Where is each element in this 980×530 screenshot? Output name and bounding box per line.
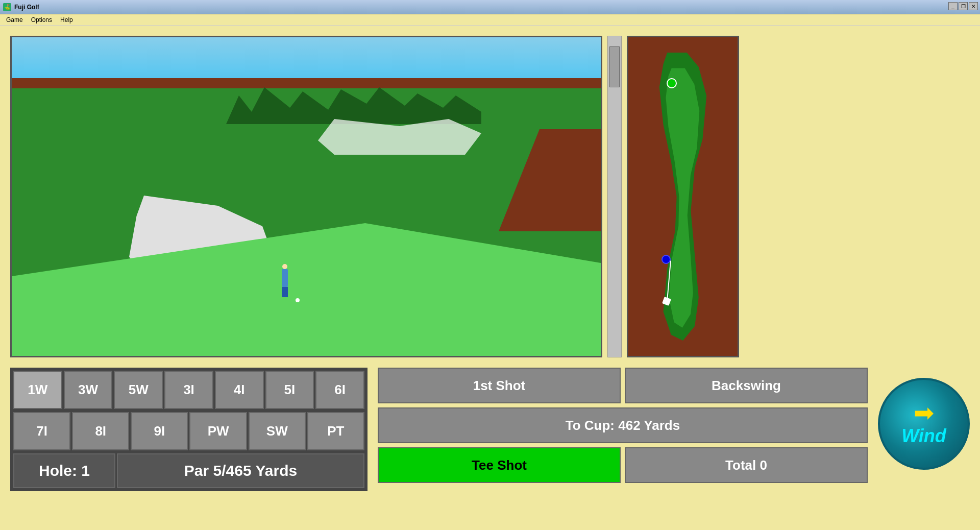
- club-pw[interactable]: PW: [189, 412, 247, 450]
- control-row-3: Tee Shot Total 0: [378, 447, 868, 483]
- game-viewport: [10, 36, 602, 357]
- tee-shot-button[interactable]: Tee Shot: [378, 447, 621, 483]
- wind-indicator: ➡ Wind: [878, 378, 970, 470]
- close-button[interactable]: ✕: [969, 2, 978, 10]
- hole-info-bar: Hole: 1 Par 5/465 Yards: [10, 453, 368, 491]
- top-section: [10, 36, 970, 363]
- club-1w[interactable]: 1W: [13, 371, 62, 409]
- minimize-button[interactable]: _: [948, 2, 958, 10]
- titlebar: ⛳ Fuji Golf _ ❐ ✕: [0, 0, 980, 14]
- menubar: Game Options Help: [0, 14, 980, 26]
- club-grid-row1: 1W 3W 5W 3I 4I 5I 6I: [10, 368, 368, 412]
- menu-game[interactable]: Game: [2, 15, 27, 25]
- club-sw[interactable]: SW: [249, 412, 306, 450]
- club-pt[interactable]: PT: [307, 412, 364, 450]
- club-panel: 1W 3W 5W 3I 4I 5I 6I 7I 8I 9I PW SW PT H…: [10, 368, 368, 491]
- app-title: Fuji Golf: [14, 4, 39, 11]
- club-6i[interactable]: 6I: [315, 371, 364, 409]
- wind-arrow-icon: ➡: [914, 401, 934, 425]
- wind-label: Wind: [901, 425, 946, 447]
- shot1-button[interactable]: 1st Shot: [378, 368, 621, 403]
- minimap-hole: [667, 78, 677, 88]
- golfer: [277, 264, 292, 300]
- control-row-1: 1st Shot Backswing: [378, 368, 868, 403]
- golfer-legs: [282, 287, 288, 297]
- golfer-head: [282, 264, 287, 269]
- total-display: Total 0: [625, 447, 868, 483]
- par-label: Par 5/465 Yards: [117, 453, 364, 488]
- hole-label: Hole: 1: [13, 453, 115, 488]
- club-8i[interactable]: 8I: [72, 412, 129, 450]
- club-3w[interactable]: 3W: [64, 371, 113, 409]
- menu-help[interactable]: Help: [56, 15, 77, 25]
- minimap: [627, 36, 739, 357]
- club-3i[interactable]: 3I: [164, 371, 213, 409]
- window-controls[interactable]: _ ❐ ✕: [948, 2, 978, 10]
- restore-button[interactable]: ❐: [959, 2, 968, 10]
- scrollbar-thumb[interactable]: [609, 46, 620, 87]
- club-7i[interactable]: 7I: [13, 412, 70, 450]
- club-9i[interactable]: 9I: [131, 412, 188, 450]
- golfer-body: [282, 269, 288, 287]
- club-4i[interactable]: 4I: [215, 371, 264, 409]
- minimap-ball: [662, 255, 671, 264]
- club-5w[interactable]: 5W: [114, 371, 163, 409]
- scrollbar[interactable]: [607, 36, 622, 357]
- club-5i[interactable]: 5I: [265, 371, 314, 409]
- control-panel: 1st Shot Backswing To Cup: 462 Yards Tee…: [378, 368, 868, 483]
- club-grid-row2: 7I 8I 9I PW SW PT: [10, 412, 368, 453]
- bottom-section: 1W 3W 5W 3I 4I 5I 6I 7I 8I 9I PW SW PT H…: [10, 368, 970, 480]
- golf-ball: [296, 298, 300, 302]
- main-content: 1W 3W 5W 3I 4I 5I 6I 7I 8I 9I PW SW PT H…: [0, 26, 980, 530]
- wind-panel: ➡ Wind: [878, 368, 970, 470]
- menu-options[interactable]: Options: [27, 15, 56, 25]
- backswing-button[interactable]: Backswing: [625, 368, 868, 403]
- app-icon: ⛳: [3, 3, 11, 11]
- to-cup-display: To Cup: 462 Yards: [378, 407, 868, 443]
